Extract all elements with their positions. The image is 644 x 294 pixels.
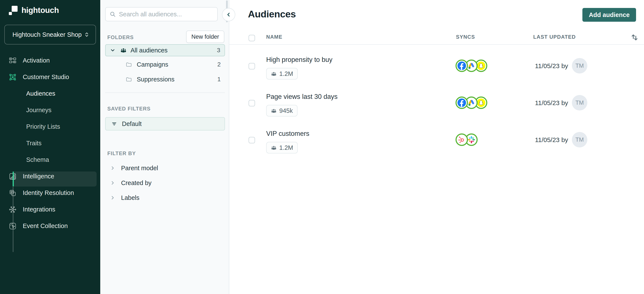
audience-size-value: 1.2M: [279, 144, 293, 151]
folder-item-all-audiences[interactable]: All audiences 3: [105, 44, 225, 56]
avatar: TM: [572, 132, 587, 147]
column-header-syncs[interactable]: SYNCS: [456, 34, 475, 40]
sidebar-item-identity-resolution[interactable]: Identity Resolution: [0, 185, 100, 201]
folder-label: All audiences: [130, 47, 168, 54]
row-checkbox[interactable]: [248, 137, 255, 143]
sort-icon[interactable]: [630, 33, 639, 42]
audience-people-icon: [120, 47, 127, 54]
last-updated-text: 11/05/23 by: [535, 99, 568, 107]
audience-size-badge: 945k: [266, 105, 298, 117]
table-row[interactable]: High propensity to buy 1.2M 11/05/23 by …: [229, 47, 644, 84]
filter-by-labels[interactable]: Labels: [105, 192, 225, 203]
hightouch-logo: hightouch: [8, 6, 59, 15]
sidebar-item-schema[interactable]: Schema: [0, 152, 100, 168]
filter-by-label: Parent model: [121, 165, 158, 172]
chevron-right-icon: [110, 165, 116, 171]
folder-label: Suppressions: [137, 76, 174, 83]
collapse-panel-button[interactable]: [222, 8, 235, 21]
workflow-icon: [8, 57, 17, 65]
audience-people-icon: [271, 71, 277, 77]
sidebar-item-event-collection[interactable]: Event Collection: [0, 218, 100, 234]
sidebar-item-label: Integrations: [23, 206, 56, 213]
column-header-last-updated[interactable]: LAST UPDATED: [533, 34, 576, 40]
sync-destinations: [456, 133, 478, 146]
chevron-left-icon: [226, 12, 232, 18]
sidebar-nav: Activation Customer Studio Audiences Jou…: [0, 52, 100, 234]
sidebar-item-label: Activation: [23, 57, 50, 64]
audience-people-icon: [271, 108, 277, 114]
audience-name-link[interactable]: VIP customers: [266, 130, 309, 138]
audience-size-value: 945k: [279, 107, 293, 114]
search-input[interactable]: [119, 11, 214, 18]
page-title: Audiences: [248, 9, 296, 20]
saved-filter-default[interactable]: Default: [105, 117, 225, 130]
sidebar-item-label: Customer Studio: [23, 74, 69, 81]
saved-filter-label: Default: [122, 120, 142, 127]
hubspot-sync-icon[interactable]: [456, 133, 468, 146]
sync-destinations: [456, 60, 487, 72]
add-audience-button[interactable]: Add audience: [582, 8, 636, 22]
select-chevrons-icon: [84, 31, 90, 38]
sidebar-item-integrations[interactable]: Integrations: [0, 201, 100, 218]
folder-count: 2: [217, 61, 225, 68]
customer-studio-icon: [8, 73, 17, 81]
filter-by-label: Created by: [121, 179, 152, 187]
facebook-sync-icon[interactable]: [456, 97, 468, 109]
selected-subnav-highlight: [13, 171, 96, 187]
avatar: TM: [572, 58, 587, 74]
audience-size-badge: 1.2M: [266, 142, 298, 153]
search-icon: [110, 11, 116, 18]
chevron-down-icon: [110, 48, 116, 53]
panel-divider: [105, 92, 225, 93]
sidebar-item-label: Identity Resolution: [23, 189, 74, 196]
sidebar-item-audiences[interactable]: Audiences: [0, 85, 100, 102]
row-checkbox[interactable]: [248, 100, 255, 106]
folder-item-suppressions[interactable]: Suppressions 1: [105, 73, 225, 85]
audience-people-icon: [271, 145, 277, 151]
audience-search[interactable]: [105, 7, 218, 21]
row-checkbox[interactable]: [248, 63, 255, 69]
filter-by-label: Labels: [121, 194, 139, 201]
sidebar-item-activation[interactable]: Activation: [0, 52, 100, 69]
filter-by-parent-model[interactable]: Parent model: [105, 162, 225, 174]
table-header: NAME SYNCS LAST UPDATED: [229, 30, 644, 45]
column-header-name[interactable]: NAME: [266, 34, 282, 40]
chevron-right-icon: [110, 180, 116, 186]
select-all-checkbox[interactable]: [248, 35, 255, 41]
folder-icon: [126, 76, 132, 82]
chevron-right-icon: [110, 195, 116, 200]
saved-filters-header: SAVED FILTERS: [107, 106, 150, 112]
table-row[interactable]: Page views last 30 days 945k 11/05/23 by…: [229, 84, 644, 121]
sidebar: hightouch Hightouch Sneaker Shop Activat…: [0, 0, 100, 294]
filter-icon: [111, 121, 117, 127]
new-folder-button[interactable]: New folder: [186, 31, 224, 43]
audience-size-value: 1.2M: [279, 70, 293, 77]
table-row[interactable]: VIP customers 1.2M 11/05/23 by TM: [229, 121, 644, 158]
hightouch-logo-icon: [8, 6, 18, 15]
workspace-selector[interactable]: Hightouch Sneaker Shop: [4, 25, 96, 45]
subnav-tree-line: [13, 187, 14, 252]
audience-size-badge: 1.2M: [266, 68, 298, 80]
facebook-sync-icon[interactable]: [456, 60, 468, 72]
audience-name-link[interactable]: Page views last 30 days: [266, 93, 338, 101]
folder-count: 3: [217, 47, 224, 54]
sidebar-item-customer-studio[interactable]: Customer Studio: [0, 69, 100, 85]
audiences-side-panel: FOLDERS New folder All audiences 3 Campa…: [100, 0, 229, 294]
filter-by-created-by[interactable]: Created by: [105, 177, 225, 188]
workspace-name: Hightouch Sneaker Shop: [12, 31, 84, 38]
sidebar-item-journeys[interactable]: Journeys: [0, 102, 100, 118]
customer-studio-subnav: Audiences Journeys Priority Lists Traits…: [0, 85, 100, 168]
last-updated-text: 11/05/23 by: [535, 62, 568, 70]
folder-label: Campaigns: [137, 61, 168, 68]
folders-header: FOLDERS: [107, 34, 134, 40]
audience-name-link[interactable]: High propensity to buy: [266, 56, 332, 64]
sidebar-item-label: Event Collection: [23, 222, 68, 229]
sidebar-item-traits[interactable]: Traits: [0, 135, 100, 152]
folder-count: 1: [217, 76, 225, 83]
folder-item-campaigns[interactable]: Campaigns 2: [105, 59, 225, 71]
sync-destinations: [456, 97, 487, 109]
sidebar-item-priority-lists[interactable]: Priority Lists: [0, 118, 100, 135]
filter-by-header: FILTER BY: [107, 150, 136, 156]
folder-icon: [126, 62, 132, 68]
app-logo-text: hightouch: [22, 6, 59, 15]
